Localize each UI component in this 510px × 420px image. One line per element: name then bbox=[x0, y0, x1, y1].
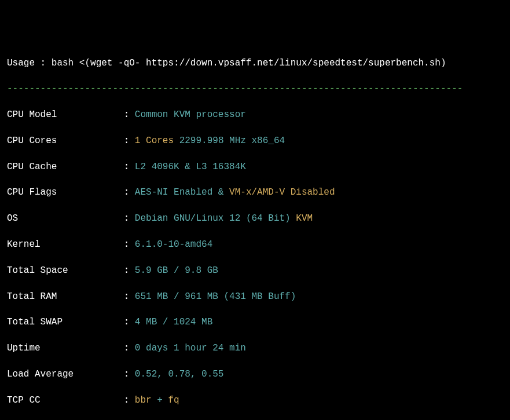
cpu-cores-freq: 2299.998 MHz x86_64 bbox=[174, 136, 285, 146]
cpu-flags-vmx: VM-x/AMD-V Disabled bbox=[229, 187, 335, 198]
row-os: OS : Debian GNU/Linux 12 (64 Bit) KVM bbox=[7, 212, 503, 225]
cpu-cores-label: CPU Cores bbox=[7, 134, 124, 147]
row-uptime: Uptime : 0 days 1 hour 24 min bbox=[7, 342, 503, 355]
tcp-fq: fq bbox=[168, 395, 179, 406]
total-ram-value: 651 MB / 961 MB (431 MB Buff) bbox=[135, 291, 296, 302]
divider: ----------------------------------------… bbox=[7, 82, 503, 95]
load-label: Load Average bbox=[7, 368, 124, 381]
os-name: Debian GNU/Linux 12 (64 Bit) bbox=[135, 213, 291, 224]
row-cpu-cores: CPU Cores : 1 Cores 2299.998 MHz x86_64 bbox=[7, 134, 503, 147]
kernel-value: 6.1.0-10-amd64 bbox=[135, 239, 212, 250]
cpu-cache-value: L2 4096K & L3 16384K bbox=[135, 162, 246, 172]
kernel-label: Kernel bbox=[7, 238, 124, 251]
cpu-cores-count: 1 Cores bbox=[135, 136, 174, 146]
cpu-flags-label: CPU Flags bbox=[7, 186, 124, 199]
os-virt: KVM bbox=[291, 213, 313, 224]
row-cpu-flags: CPU Flags : AES-NI Enabled & VM-x/AMD-V … bbox=[7, 186, 503, 199]
row-total-space: Total Space : 5.9 GB / 9.8 GB bbox=[7, 264, 503, 277]
tcp-bbr: bbr bbox=[135, 395, 152, 406]
total-space-value: 5.9 GB / 9.8 GB bbox=[135, 265, 218, 276]
row-cpu-model: CPU Model : Common KVM processor bbox=[7, 108, 503, 121]
cpu-model-label: CPU Model bbox=[7, 108, 124, 121]
total-swap-label: Total SWAP bbox=[7, 316, 124, 328]
total-swap-value: 4 MB / 1024 MB bbox=[135, 317, 212, 327]
row-load: Load Average : 0.52, 0.78, 0.55 bbox=[7, 368, 503, 381]
row-cpu-cache: CPU Cache : L2 4096K & L3 16384K bbox=[7, 160, 503, 173]
usage-line: Usage : bash <(wget -qO- https://down.vp… bbox=[7, 57, 503, 70]
cpu-flags-aes: AES-NI Enabled bbox=[135, 187, 212, 198]
cpu-cache-label: CPU Cache bbox=[7, 160, 124, 173]
row-tcp: TCP CC : bbr + fq bbox=[7, 394, 503, 407]
row-total-ram: Total RAM : 651 MB / 961 MB (431 MB Buff… bbox=[7, 290, 503, 303]
total-ram-label: Total RAM bbox=[7, 290, 124, 303]
row-kernel: Kernel : 6.1.0-10-amd64 bbox=[7, 238, 503, 251]
total-space-label: Total Space bbox=[7, 264, 124, 277]
os-label: OS bbox=[7, 212, 124, 225]
uptime-label: Uptime bbox=[7, 342, 124, 355]
load-value: 0.52, 0.78, 0.55 bbox=[135, 369, 224, 379]
cpu-model-value: Common KVM processor bbox=[135, 109, 246, 120]
uptime-value: 0 days 1 hour 24 min bbox=[135, 343, 246, 353]
row-total-swap: Total SWAP : 4 MB / 1024 MB bbox=[7, 316, 503, 328]
tcp-label: TCP CC bbox=[7, 394, 124, 407]
